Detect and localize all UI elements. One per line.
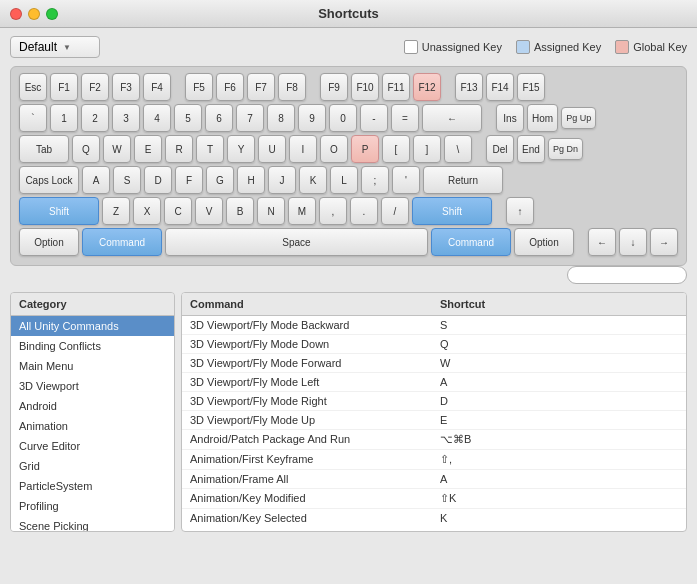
key-backtick[interactable]: ` bbox=[19, 104, 47, 132]
key-f11[interactable]: F11 bbox=[382, 73, 410, 101]
key-q[interactable]: Q bbox=[72, 135, 100, 163]
key-9[interactable]: 9 bbox=[298, 104, 326, 132]
key-tab[interactable]: Tab bbox=[19, 135, 69, 163]
table-row[interactable]: 3D Viewport/Fly Mode ForwardW bbox=[182, 354, 686, 373]
key-equals[interactable]: = bbox=[391, 104, 419, 132]
key-f13[interactable]: F13 bbox=[455, 73, 483, 101]
key-return[interactable]: Return bbox=[423, 166, 503, 194]
maximize-button[interactable] bbox=[46, 8, 58, 20]
key-capslock[interactable]: Caps Lock bbox=[19, 166, 79, 194]
key-shift-left[interactable]: Shift bbox=[19, 197, 99, 225]
key-7[interactable]: 7 bbox=[236, 104, 264, 132]
preset-dropdown[interactable]: Default ▼ bbox=[10, 36, 100, 58]
table-row[interactable]: Animation/First Keyframe⇧, bbox=[182, 450, 686, 470]
key-r[interactable]: R bbox=[165, 135, 193, 163]
key-j[interactable]: J bbox=[268, 166, 296, 194]
key-minus[interactable]: - bbox=[360, 104, 388, 132]
key-b[interactable]: B bbox=[226, 197, 254, 225]
key-m[interactable]: M bbox=[288, 197, 316, 225]
search-input[interactable] bbox=[567, 266, 687, 284]
key-p[interactable]: P bbox=[351, 135, 379, 163]
table-row[interactable]: Animation/Key Modified⇧K bbox=[182, 489, 686, 509]
key-home[interactable]: Hom bbox=[527, 104, 558, 132]
key-option-left[interactable]: Option bbox=[19, 228, 79, 256]
category-item[interactable]: Android bbox=[11, 396, 174, 416]
key-n[interactable]: N bbox=[257, 197, 285, 225]
key-s[interactable]: S bbox=[113, 166, 141, 194]
key-arrow-down[interactable]: ↓ bbox=[619, 228, 647, 256]
key-option-right[interactable]: Option bbox=[514, 228, 574, 256]
key-3[interactable]: 3 bbox=[112, 104, 140, 132]
key-w[interactable]: W bbox=[103, 135, 131, 163]
key-f1[interactable]: F1 bbox=[50, 73, 78, 101]
table-row[interactable]: Animation/Key SelectedK bbox=[182, 509, 686, 526]
category-item[interactable]: Curve Editor bbox=[11, 436, 174, 456]
table-row[interactable]: 3D Viewport/Fly Mode DownQ bbox=[182, 335, 686, 354]
key-f2[interactable]: F2 bbox=[81, 73, 109, 101]
key-x[interactable]: X bbox=[133, 197, 161, 225]
table-row[interactable]: 3D Viewport/Fly Mode UpE bbox=[182, 411, 686, 430]
key-f6[interactable]: F6 bbox=[216, 73, 244, 101]
key-2[interactable]: 2 bbox=[81, 104, 109, 132]
key-arrow-right[interactable]: → bbox=[650, 228, 678, 256]
key-ins[interactable]: Ins bbox=[496, 104, 524, 132]
key-command-right[interactable]: Command bbox=[431, 228, 511, 256]
key-pgdn[interactable]: Pg Dn bbox=[548, 138, 583, 160]
key-lbracket[interactable]: [ bbox=[382, 135, 410, 163]
category-item[interactable]: Main Menu bbox=[11, 356, 174, 376]
key-f14[interactable]: F14 bbox=[486, 73, 514, 101]
key-f7[interactable]: F7 bbox=[247, 73, 275, 101]
key-arrow-left[interactable]: ← bbox=[588, 228, 616, 256]
key-4[interactable]: 4 bbox=[143, 104, 171, 132]
category-item[interactable]: Profiling bbox=[11, 496, 174, 516]
key-comma[interactable]: , bbox=[319, 197, 347, 225]
key-f8[interactable]: F8 bbox=[278, 73, 306, 101]
key-slash[interactable]: / bbox=[381, 197, 409, 225]
category-item[interactable]: Binding Conflicts bbox=[11, 336, 174, 356]
key-y[interactable]: Y bbox=[227, 135, 255, 163]
key-a[interactable]: A bbox=[82, 166, 110, 194]
key-u[interactable]: U bbox=[258, 135, 286, 163]
key-esc[interactable]: Esc bbox=[19, 73, 47, 101]
key-e[interactable]: E bbox=[134, 135, 162, 163]
window-controls[interactable] bbox=[10, 8, 58, 20]
key-d[interactable]: D bbox=[144, 166, 172, 194]
key-l[interactable]: L bbox=[330, 166, 358, 194]
key-1[interactable]: 1 bbox=[50, 104, 78, 132]
key-pgup[interactable]: Pg Up bbox=[561, 107, 596, 129]
key-6[interactable]: 6 bbox=[205, 104, 233, 132]
key-h[interactable]: H bbox=[237, 166, 265, 194]
key-f4[interactable]: F4 bbox=[143, 73, 171, 101]
category-item[interactable]: Animation bbox=[11, 416, 174, 436]
key-i[interactable]: I bbox=[289, 135, 317, 163]
category-item[interactable]: Grid bbox=[11, 456, 174, 476]
key-z[interactable]: Z bbox=[102, 197, 130, 225]
key-f5[interactable]: F5 bbox=[185, 73, 213, 101]
key-k[interactable]: K bbox=[299, 166, 327, 194]
key-space[interactable]: Space bbox=[165, 228, 428, 256]
table-row[interactable]: 3D Viewport/Fly Mode RightD bbox=[182, 392, 686, 411]
category-item[interactable]: 3D Viewport bbox=[11, 376, 174, 396]
key-shift-right[interactable]: Shift bbox=[412, 197, 492, 225]
key-backslash[interactable]: \ bbox=[444, 135, 472, 163]
key-o[interactable]: O bbox=[320, 135, 348, 163]
key-f9[interactable]: F9 bbox=[320, 73, 348, 101]
key-end[interactable]: End bbox=[517, 135, 545, 163]
key-v[interactable]: V bbox=[195, 197, 223, 225]
category-item[interactable]: ParticleSystem bbox=[11, 476, 174, 496]
key-period[interactable]: . bbox=[350, 197, 378, 225]
key-0[interactable]: 0 bbox=[329, 104, 357, 132]
key-command-left[interactable]: Command bbox=[82, 228, 162, 256]
key-f[interactable]: F bbox=[175, 166, 203, 194]
key-quote[interactable]: ' bbox=[392, 166, 420, 194]
key-f15[interactable]: F15 bbox=[517, 73, 545, 101]
table-row[interactable]: Animation/Frame AllA bbox=[182, 470, 686, 489]
key-arrow-up[interactable]: ↑ bbox=[506, 197, 534, 225]
key-8[interactable]: 8 bbox=[267, 104, 295, 132]
table-row[interactable]: 3D Viewport/Fly Mode LeftA bbox=[182, 373, 686, 392]
key-5[interactable]: 5 bbox=[174, 104, 202, 132]
category-item[interactable]: Scene Picking bbox=[11, 516, 174, 532]
key-backspace[interactable]: ← bbox=[422, 104, 482, 132]
key-semicolon[interactable]: ; bbox=[361, 166, 389, 194]
table-row[interactable]: Android/Patch Package And Run⌥⌘B bbox=[182, 430, 686, 450]
